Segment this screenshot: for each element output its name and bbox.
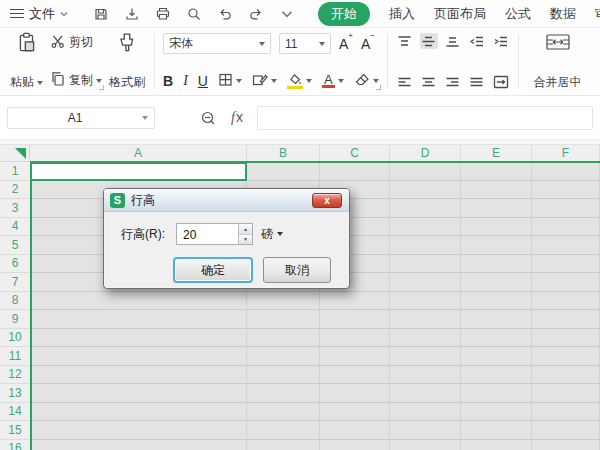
unit-select[interactable]: 磅 <box>261 226 283 243</box>
cell-E1[interactable] <box>461 162 532 181</box>
cell-F9[interactable] <box>532 310 600 329</box>
ok-button[interactable]: 确定 <box>173 257 253 283</box>
dialog-close-button[interactable]: x <box>312 193 342 208</box>
cell-B8[interactable] <box>247 292 320 311</box>
cell-D15[interactable] <box>390 421 461 440</box>
cut-button[interactable]: 剪切 <box>50 33 102 52</box>
cell-B10[interactable] <box>247 329 320 348</box>
cell-F13[interactable] <box>532 384 600 403</box>
cell-C9[interactable] <box>320 310 390 329</box>
row-header-16[interactable]: 16 <box>0 440 30 450</box>
row-header-15[interactable]: 15 <box>0 421 30 440</box>
cell-E3[interactable] <box>461 199 532 218</box>
column-header-E[interactable]: E <box>461 145 532 162</box>
fx-icon[interactable]: fx <box>231 109 243 126</box>
column-header-D[interactable]: D <box>390 145 461 162</box>
export-icon[interactable] <box>123 5 141 23</box>
cell-E5[interactable] <box>461 236 532 255</box>
align-left-icon[interactable] <box>396 74 414 90</box>
cell-E12[interactable] <box>461 366 532 385</box>
cell-E8[interactable] <box>461 292 532 311</box>
cell-F5[interactable] <box>532 236 600 255</box>
copy-button[interactable]: 复制 <box>50 71 102 90</box>
cell-F3[interactable] <box>532 199 600 218</box>
row-header-1[interactable]: 1 <box>0 162 30 181</box>
save-icon[interactable] <box>92 5 110 23</box>
cell-C10[interactable] <box>320 329 390 348</box>
font-dialog-launcher[interactable] <box>376 85 381 90</box>
cell-E7[interactable] <box>461 273 532 292</box>
cell-D14[interactable] <box>390 403 461 422</box>
cell-F4[interactable] <box>532 218 600 237</box>
cell-F10[interactable] <box>532 329 600 348</box>
paste-button[interactable]: 粘贴 <box>6 31 47 92</box>
cell-B9[interactable] <box>247 310 320 329</box>
tab-公式[interactable]: 公式 <box>505 5 531 23</box>
wrap-text-icon[interactable] <box>492 74 510 90</box>
cell-D16[interactable] <box>390 440 461 450</box>
row-header-8[interactable]: 8 <box>0 292 30 311</box>
font-name-select[interactable]: 宋体 <box>163 33 271 54</box>
cell-B16[interactable] <box>247 440 320 450</box>
column-header-C[interactable]: C <box>320 145 390 162</box>
cell-D3[interactable] <box>390 199 461 218</box>
cell-F8[interactable] <box>532 292 600 311</box>
cell-C14[interactable] <box>320 403 390 422</box>
cell-F11[interactable] <box>532 347 600 366</box>
row-header-9[interactable]: 9 <box>0 310 30 329</box>
align-right-icon[interactable] <box>444 74 462 90</box>
clipboard-dialog-launcher[interactable] <box>99 85 104 90</box>
cell-F12[interactable] <box>532 366 600 385</box>
tab-页面布局[interactable]: 页面布局 <box>434 5 486 23</box>
cell-D10[interactable] <box>390 329 461 348</box>
print-preview-icon[interactable] <box>185 5 203 23</box>
cell-B11[interactable] <box>247 347 320 366</box>
column-header-A[interactable]: A <box>30 145 247 162</box>
cell-D4[interactable] <box>390 218 461 237</box>
column-header-F[interactable]: F <box>532 145 600 162</box>
row-header-13[interactable]: 13 <box>0 384 30 403</box>
cell-A15[interactable] <box>30 421 247 440</box>
cell-A13[interactable] <box>30 384 247 403</box>
cell-D13[interactable] <box>390 384 461 403</box>
cell-D1[interactable] <box>390 162 461 181</box>
cell-C15[interactable] <box>320 421 390 440</box>
spinner-down-icon[interactable]: ▼ <box>239 235 252 245</box>
cell-F14[interactable] <box>532 403 600 422</box>
underline-button[interactable]: U <box>198 73 208 89</box>
cell-C11[interactable] <box>320 347 390 366</box>
row-header-2[interactable]: 2 <box>0 181 30 200</box>
cell-E16[interactable] <box>461 440 532 450</box>
cell-E14[interactable] <box>461 403 532 422</box>
cell-E6[interactable] <box>461 255 532 274</box>
cell-F15[interactable] <box>532 421 600 440</box>
spinner-up-icon[interactable]: ▲ <box>239 224 252 235</box>
cell-D8[interactable] <box>390 292 461 311</box>
row-header-5[interactable]: 5 <box>0 236 30 255</box>
cell-A11[interactable] <box>30 347 247 366</box>
cell-D2[interactable] <box>390 181 461 200</box>
name-box[interactable]: A1 <box>7 107 155 129</box>
cell-A14[interactable] <box>30 403 247 422</box>
cell-A10[interactable] <box>30 329 247 348</box>
cell-F1[interactable] <box>532 162 600 181</box>
cell-E15[interactable] <box>461 421 532 440</box>
row-header-14[interactable]: 14 <box>0 403 30 422</box>
cancel-button[interactable]: 取消 <box>263 257 331 283</box>
row-header-4[interactable]: 4 <box>0 218 30 237</box>
borders-button[interactable] <box>218 72 242 90</box>
align-middle-icon[interactable] <box>420 33 438 49</box>
select-all-button[interactable] <box>0 145 30 162</box>
increase-font-button[interactable]: A+ <box>339 36 353 52</box>
row-header-12[interactable]: 12 <box>0 366 30 385</box>
cell-D7[interactable] <box>390 273 461 292</box>
cell-A1[interactable] <box>30 162 247 181</box>
row-header-6[interactable]: 6 <box>0 255 30 274</box>
format-painter-button[interactable]: 格式刷 <box>105 31 149 92</box>
row-header-11[interactable]: 11 <box>0 347 30 366</box>
fill-color-button[interactable] <box>287 74 312 89</box>
cell-C13[interactable] <box>320 384 390 403</box>
increase-indent-icon[interactable] <box>492 33 510 49</box>
more-dropdown-icon[interactable] <box>278 5 296 23</box>
cell-D6[interactable] <box>390 255 461 274</box>
